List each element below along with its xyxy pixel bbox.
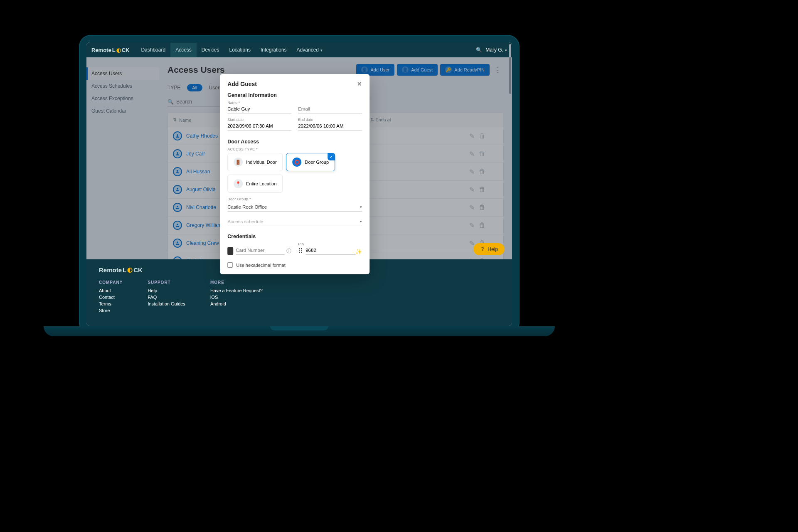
nav-integrations[interactable]: Integrations [256,43,292,57]
footer-link[interactable]: Terms [99,301,123,306]
door-group-icon: ⭕ [293,158,302,167]
tile-individual-door[interactable]: 🚪 Individual Door [227,153,283,171]
email-field[interactable] [298,105,362,113]
footer-link[interactable]: Store [99,308,123,313]
nav-devices[interactable]: Devices [197,43,224,57]
card-number-field[interactable] [236,246,285,255]
name-field[interactable] [227,105,291,113]
access-type-label: ACCESS TYPE * [227,147,362,151]
help-icon: ？ [480,246,485,253]
modal-title: Add Guest [227,81,257,87]
user-menu[interactable]: Mary G. [485,47,507,53]
footer-link[interactable]: iOS [210,295,263,300]
nav-access[interactable]: Access [170,43,197,57]
close-icon[interactable]: ✕ [357,81,362,87]
pin-field[interactable] [305,246,355,255]
chevron-down-icon: ▾ [360,219,362,224]
generate-pin-icon[interactable]: ✨ [355,249,362,255]
section-general: General Information [227,92,362,98]
keypad-icon: ⠿ [298,247,303,255]
info-icon[interactable]: ⓘ [286,248,291,255]
tile-door-group[interactable]: ⭕ Door Group [286,153,335,171]
footer-link[interactable]: Contact [99,295,123,300]
search-icon[interactable]: 🔍 [476,47,482,53]
door-group-label: Door Group * [227,197,362,201]
card-icon [227,247,233,255]
footer-link[interactable]: FAQ [148,295,185,300]
email-label [298,101,362,105]
footer-link[interactable]: Installation Guides [148,301,185,306]
top-nav: RemoteL◐CK Dashboard Access Devices Loca… [86,42,512,57]
door-group-select[interactable]: Castle Rock Office▾ [227,203,362,212]
section-door: Door Access [227,139,362,145]
footer-col-title: COMPANY [99,280,123,285]
nav-advanced[interactable]: Advanced [292,43,328,57]
hex-checkbox[interactable] [227,262,233,268]
add-guest-modal: Add Guest ✕ General Information Name * S… [220,74,369,274]
name-label: Name * [227,101,291,105]
end-date-field[interactable] [298,122,362,131]
nav-dashboard[interactable]: Dashboard [136,43,170,57]
start-label: Start date [227,118,291,122]
end-label: End date [298,118,362,122]
pin-label: PIN [298,242,362,246]
tile-entire-location[interactable]: 📍 Entire Location [227,175,283,193]
nav-locations[interactable]: Locations [224,43,256,57]
footer-link[interactable]: About [99,288,123,293]
door-icon: 🚪 [234,158,243,167]
footer-link[interactable]: Help [148,288,185,293]
hex-label: Use hexadecimal format [236,263,286,268]
footer-link[interactable]: Have a Feature Request? [210,288,263,293]
footer-col-title: SUPPORT [148,280,185,285]
footer-col-title: MORE [210,280,263,285]
start-date-field[interactable] [227,122,291,131]
footer-link[interactable]: Android [210,301,263,306]
section-credentials: Credentials [227,234,362,239]
chevron-down-icon: ▾ [360,205,362,209]
brand-logo: RemoteL◐CK [91,47,129,53]
access-schedule-select[interactable]: Access schedule▾ [227,217,362,226]
location-icon: 📍 [234,179,243,188]
help-button[interactable]: ？ Help [473,243,505,255]
